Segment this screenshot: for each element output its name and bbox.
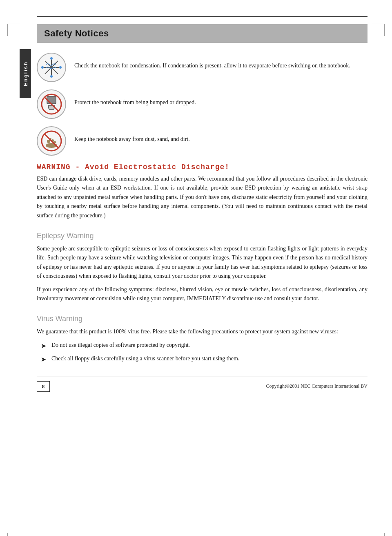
- svg-point-5: [50, 75, 53, 78]
- drop-row: Protect the notebook from being bumped o…: [37, 89, 368, 119]
- condensation-icon: [37, 53, 66, 82]
- condensation-row: Check the notebook for condensation. If …: [37, 53, 368, 82]
- virus-bullets: ➤ Do not use illegal copies of software …: [41, 341, 368, 364]
- corner-mark-br: [372, 533, 385, 536]
- virus-bullet-1: Do not use illegal copies of software pr…: [51, 341, 190, 349]
- top-rule: [37, 16, 368, 17]
- corner-mark-tl: [7, 24, 20, 36]
- condensation-text: Check the notebook for condensation. If …: [74, 61, 368, 70]
- virus-section: Virus Warning We guarantee that this pro…: [37, 315, 368, 364]
- dust-icon: [37, 126, 66, 156]
- page-title: Safety Notices: [44, 28, 360, 39]
- svg-point-12: [47, 140, 50, 143]
- esd-warning-body: ESD can damage disk drive, cards, memory…: [37, 174, 368, 220]
- language-tab: English: [20, 49, 31, 98]
- footer: 8 Copyright©2001 NEC Computers Internati…: [37, 377, 368, 392]
- list-item: ➤ Check all floppy disks carefully using…: [41, 354, 368, 364]
- epilepsy-heading: Epilepsy Warning: [37, 232, 368, 240]
- dust-row: Keep the notebook away from dust, sand, …: [37, 126, 368, 156]
- epilepsy-para-1: Some people are susceptible to epileptic…: [37, 244, 368, 281]
- list-item: ➤ Do not use illegal copies of software …: [41, 341, 368, 351]
- epilepsy-section: Epilepsy Warning Some people are suscept…: [37, 232, 368, 303]
- main-content: Safety Notices: [37, 16, 368, 416]
- svg-point-6: [41, 66, 44, 69]
- arrow-icon-1: ➤: [41, 341, 47, 351]
- corner-mark-tr: [372, 24, 385, 36]
- virus-heading: Virus Warning: [37, 315, 368, 323]
- esd-warning-heading: WARNING - Avoid Electrostatic Discharge!: [37, 163, 368, 171]
- svg-point-4: [50, 57, 53, 60]
- epilepsy-para-2: If you experience any of the following s…: [37, 285, 368, 304]
- dust-text: Keep the notebook away from dust, sand, …: [74, 135, 368, 143]
- corner-mark-bl: [7, 533, 20, 536]
- safety-header: Safety Notices: [37, 24, 368, 43]
- svg-rect-8: [47, 96, 56, 104]
- drop-icon: [37, 89, 66, 119]
- arrow-icon-2: ➤: [41, 355, 47, 364]
- page-number: 8: [37, 381, 50, 392]
- language-label: English: [22, 61, 29, 86]
- svg-point-7: [59, 66, 62, 69]
- drop-text: Protect the notebook from being bumped o…: [74, 98, 368, 107]
- virus-bullet-2: Check all floppy disks carefully using a…: [51, 354, 239, 363]
- page: English Safety Notices: [0, 16, 392, 536]
- footer-copyright: Copyright©2001 NEC Computers Internation…: [266, 383, 368, 389]
- esd-warning-section: WARNING - Avoid Electrostatic Discharge!…: [37, 163, 368, 220]
- virus-intro: We guarantee that this product is 100% v…: [37, 327, 368, 336]
